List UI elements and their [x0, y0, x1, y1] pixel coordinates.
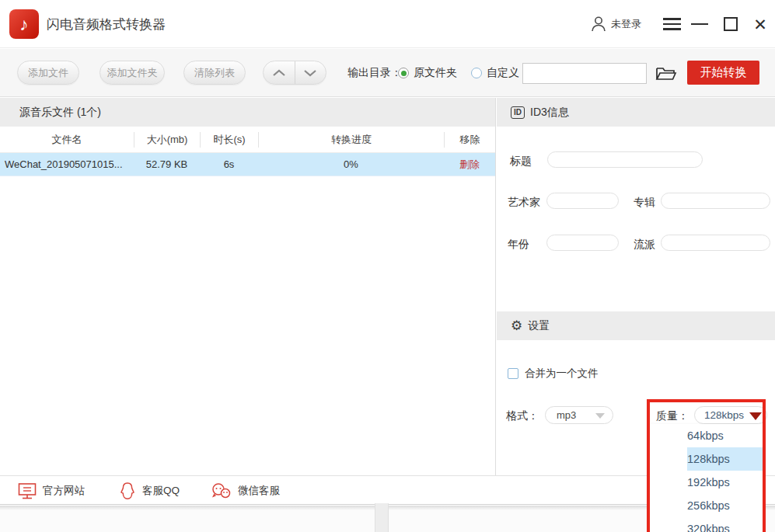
wechat-icon — [211, 482, 232, 500]
maximize-icon — [724, 17, 738, 31]
qq-support-label: 客服QQ — [142, 484, 180, 498]
album-field[interactable] — [661, 193, 770, 209]
close-icon: ✕ — [753, 16, 767, 33]
browse-folder-button[interactable] — [654, 63, 679, 84]
folder-icon — [655, 65, 677, 82]
id-badge-icon: ID — [511, 106, 525, 119]
add-file-button[interactable]: 添加文件 — [17, 61, 79, 85]
quality-value: 128kbps — [695, 409, 744, 421]
radio-custom-folder[interactable]: 自定义 — [471, 66, 519, 80]
column-remove: 移除 — [444, 132, 495, 148]
genre-label: 流派 — [634, 238, 655, 252]
quality-option-320[interactable]: 320kbps — [650, 517, 763, 532]
radio-original-folder[interactable]: 原文件夹 — [398, 66, 457, 80]
column-duration: 时长(s) — [200, 132, 258, 148]
app-title: 闪电音频格式转换器 — [47, 0, 166, 48]
chevron-down-icon — [303, 69, 317, 77]
menu-button[interactable] — [662, 0, 682, 48]
genre-field[interactable] — [661, 235, 770, 251]
year-label: 年份 — [508, 238, 529, 252]
qq-support-link[interactable]: 客服QQ — [119, 476, 180, 506]
table-header: 文件名 大小(mb) 时长(s) 转换进度 移除 — [0, 127, 495, 153]
id3-section-header: ID ID3信息 — [497, 98, 775, 127]
output-dir-options: 原文件夹 自定义 — [398, 49, 519, 97]
quality-dropdown[interactable]: 128kbps — [694, 406, 767, 424]
clear-list-button[interactable]: 清除列表 — [183, 61, 246, 85]
dropdown-arrow-icon — [595, 413, 605, 419]
file-list-section-title: 源音乐文件 (1个) — [0, 98, 495, 127]
format-label: 格式： — [506, 409, 539, 423]
person-icon — [590, 16, 607, 33]
close-button[interactable]: ✕ — [750, 0, 770, 48]
official-site-label: 官方网站 — [43, 484, 85, 498]
wechat-support-label: 微信客服 — [238, 484, 280, 498]
row-size: 52.79 KB — [134, 158, 200, 170]
title-label: 标题 — [510, 155, 532, 169]
year-field[interactable] — [546, 235, 619, 251]
titlebar: ♪ 闪电音频格式转换器 未登录 ✕ — [0, 0, 775, 48]
add-folder-button[interactable]: 添加文件夹 — [99, 61, 165, 85]
quality-option-256[interactable]: 256kbps — [650, 494, 763, 517]
chevron-up-icon — [272, 69, 286, 77]
maximize-button[interactable] — [721, 0, 741, 48]
artist-label: 艺术家 — [508, 196, 540, 210]
file-list-panel: 源音乐文件 (1个) 文件名 大小(mb) 时长(s) 转换进度 移除 WeCh… — [0, 98, 496, 475]
official-site-link[interactable]: 官方网站 — [18, 476, 85, 506]
format-value: mp3 — [546, 409, 576, 421]
row-progress: 0% — [258, 158, 444, 170]
minimize-button[interactable] — [689, 0, 710, 48]
column-size: 大小(mb) — [134, 132, 200, 148]
column-progress: 转换进度 — [258, 132, 444, 148]
music-note-icon: ♪ — [19, 14, 29, 35]
wechat-support-link[interactable]: 微信客服 — [211, 476, 280, 506]
app-window: ♪ 闪电音频格式转换器 未登录 ✕ 添加文件 添加文件夹 清除列 — [0, 0, 775, 532]
merge-label: 合并为一个文件 — [525, 367, 599, 381]
table-row[interactable]: WeChat_201905071015... 52.79 KB 6s 0% 删除 — [0, 153, 495, 176]
settings-section-header: ⚙ 设置 — [497, 311, 775, 340]
quality-label: 质量： — [656, 409, 689, 423]
album-label: 专辑 — [634, 196, 655, 210]
gear-icon: ⚙ — [511, 319, 522, 332]
main-area: 源音乐文件 (1个) 文件名 大小(mb) 时长(s) 转换进度 移除 WeCh… — [0, 98, 775, 475]
output-dir-label: 输出目录： — [347, 49, 402, 97]
quality-option-192[interactable]: 192kbps — [650, 471, 763, 494]
id3-settings-panel: ID ID3信息 标题 艺术家 专辑 年份 流派 ⚙ 设置 合并为一个文件 格式… — [497, 98, 775, 475]
start-convert-button[interactable]: 开始转换 — [687, 61, 759, 85]
toolbar: 添加文件 添加文件夹 清除列表 输出目录： 原文件夹 自定义 — [0, 49, 775, 97]
artist-field[interactable] — [546, 193, 619, 209]
move-down-button[interactable] — [295, 61, 326, 84]
row-duration: 6s — [200, 158, 258, 170]
radio-custom-label: 自定义 — [487, 66, 519, 80]
settings-section-title: 设置 — [528, 319, 550, 333]
title-field[interactable] — [547, 151, 703, 168]
id3-section-title: ID3信息 — [530, 106, 569, 120]
quality-option-128[interactable]: 128kbps — [650, 447, 763, 471]
background-scrollbar-strip — [375, 503, 389, 532]
login-area[interactable]: 未登录 — [590, 0, 641, 48]
hamburger-icon — [663, 18, 681, 30]
row-filename: WeChat_201905071015... — [0, 158, 134, 170]
login-status[interactable]: 未登录 — [611, 17, 641, 31]
app-logo: ♪ — [9, 9, 39, 39]
format-dropdown[interactable]: mp3 — [545, 406, 613, 424]
merge-checkbox-row[interactable]: 合并为一个文件 — [508, 367, 599, 381]
quality-options-popup: 64kbps 128kbps 192kbps 256kbps 320kbps — [650, 424, 763, 532]
radio-original-label: 原文件夹 — [414, 66, 457, 80]
minimize-icon — [691, 23, 708, 26]
radio-selected-icon — [398, 68, 409, 78]
radio-unselected-icon — [471, 68, 482, 78]
move-up-button[interactable] — [264, 61, 295, 84]
column-filename: 文件名 — [0, 132, 134, 148]
output-path-input[interactable] — [522, 63, 647, 84]
checkbox-unchecked-icon[interactable] — [508, 368, 518, 379]
reorder-buttons — [263, 61, 326, 85]
delete-row-link[interactable]: 删除 — [459, 158, 480, 170]
monitor-icon — [18, 482, 37, 500]
quality-option-64[interactable]: 64kbps — [650, 424, 763, 447]
qq-icon — [119, 482, 136, 501]
dropdown-arrow-red-icon — [749, 412, 762, 420]
